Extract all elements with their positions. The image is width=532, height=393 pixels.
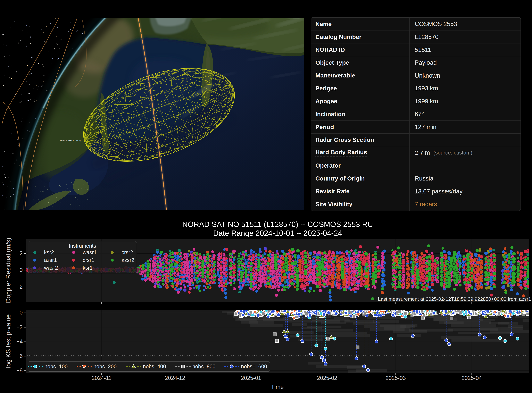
svg-text:2025-02: 2025-02 <box>317 375 337 381</box>
svg-text:Last measurement at 2025-02-12: Last measurement at 2025-02-12T18:59:39.… <box>378 296 531 302</box>
svg-text:ksr1: ksr1 <box>83 265 93 271</box>
svg-text:Date Range 2024-10-01 -- 2025-: Date Range 2024-10-01 -- 2025-04-24 <box>213 229 342 237</box>
svg-text:crsr1: crsr1 <box>83 257 94 263</box>
svg-text:nobs=400: nobs=400 <box>143 364 166 369</box>
svg-text:nobs=200: nobs=200 <box>94 364 117 369</box>
svg-text:2024-12: 2024-12 <box>165 375 185 381</box>
svg-text:crsr2: crsr2 <box>122 249 133 255</box>
svg-text:Doppler Residual (m/s): Doppler Residual (m/s) <box>5 238 12 303</box>
svg-text:Time: Time <box>271 384 284 390</box>
svg-text:log KS test p-value: log KS test p-value <box>5 314 12 368</box>
svg-text:2025-01: 2025-01 <box>241 375 261 381</box>
svg-text:2025-04: 2025-04 <box>462 375 482 381</box>
svg-text:2: 2 <box>20 250 23 256</box>
svg-text:NORAD SAT NO 51511 (L128570) -: NORAD SAT NO 51511 (L128570) -- COSMOS 2… <box>182 220 373 228</box>
svg-text:0: 0 <box>20 267 23 273</box>
svg-text:−2: −2 <box>16 284 23 290</box>
svg-text:2025-03: 2025-03 <box>385 375 406 381</box>
svg-text:COSMOS 2553 (L128570): COSMOS 2553 (L128570) <box>59 140 81 142</box>
svg-text:−6: −6 <box>16 353 23 359</box>
svg-text:azsr1: azsr1 <box>44 257 57 263</box>
svg-text:wasr1: wasr1 <box>83 249 97 255</box>
svg-text:ksr2: ksr2 <box>44 249 54 255</box>
svg-text:−4: −4 <box>16 339 23 345</box>
svg-text:nobs=1600: nobs=1600 <box>241 364 267 369</box>
svg-text:wasr2: wasr2 <box>44 265 58 271</box>
svg-text:nobs=800: nobs=800 <box>192 364 215 369</box>
svg-text:azsr2: azsr2 <box>122 257 134 263</box>
svg-text:Instruments: Instruments <box>69 243 96 249</box>
svg-text:−2: −2 <box>16 324 23 330</box>
svg-text:2024-11: 2024-11 <box>92 375 112 381</box>
svg-text:−8: −8 <box>16 367 23 373</box>
svg-text:0: 0 <box>20 309 23 316</box>
svg-text:nobs=100: nobs=100 <box>44 364 68 369</box>
